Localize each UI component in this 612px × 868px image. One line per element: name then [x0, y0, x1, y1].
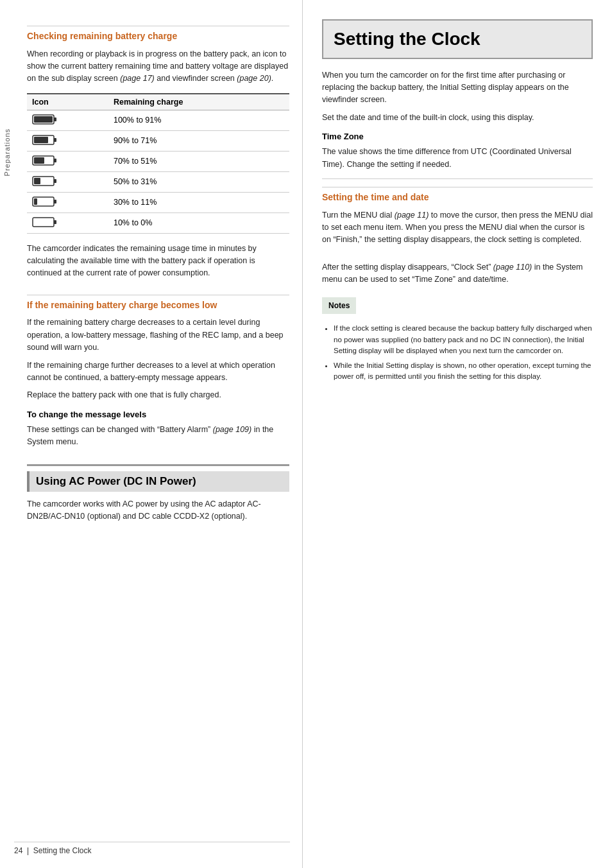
battery-icon-cell: [27, 110, 108, 130]
battery-table: Icon Remaining charge 100% to 91%90% to …: [27, 93, 289, 234]
battery-icon-cell: [27, 171, 108, 192]
charge-range: 10% to 0%: [108, 213, 289, 233]
section1-intro: When recording or playback is in progres…: [27, 48, 289, 85]
svg-rect-14: [34, 198, 37, 205]
page-footer: 24 | Setting the Clock: [14, 842, 290, 855]
divider1: [322, 178, 593, 179]
ac-power-body: The camcorder works with AC power by usi…: [27, 498, 289, 523]
charge-range: 90% to 71%: [108, 130, 289, 151]
svg-rect-8: [34, 157, 44, 164]
notes-list: If the clock setting is cleared because …: [322, 323, 593, 382]
ac-power-heading: Using AC Power (DC IN Power): [27, 471, 289, 492]
table-row: 30% to 11%: [27, 192, 289, 213]
svg-rect-4: [54, 138, 56, 142]
main-heading: Setting the Clock: [322, 19, 593, 59]
ac-power-section: Using AC Power (DC IN Power) The camcord…: [27, 464, 289, 523]
svg-rect-10: [54, 179, 56, 183]
right-column: Setting the Clock When you turn the camc…: [303, 0, 612, 868]
svg-rect-11: [34, 178, 40, 184]
time-date-heading: Setting the time and date: [322, 187, 593, 204]
right-intro: When you turn the camcorder on for the f…: [322, 69, 593, 107]
charge-range: 50% to 31%: [108, 171, 289, 192]
table-row: 10% to 0%: [27, 213, 289, 233]
note-item: If the clock setting is cleared because …: [334, 323, 593, 356]
table-header-charge: Remaining charge: [108, 94, 289, 110]
table-header-icon: Icon: [27, 94, 108, 110]
timezone-body: The value shows the time difference from…: [322, 146, 593, 171]
table-row: 50% to 31%: [27, 171, 289, 192]
svg-rect-7: [54, 159, 56, 162]
table-row: 70% to 51%: [27, 151, 289, 171]
table-row: 100% to 91%: [27, 110, 289, 130]
preparations-label: Preparations: [3, 128, 11, 176]
section2-para1: If the remaining battery charge decrease…: [27, 317, 289, 354]
side-tab: Preparations: [0, 0, 14, 868]
charge-range: 100% to 91%: [108, 110, 289, 130]
page-label: Setting the Clock: [33, 846, 92, 855]
time-date-para2: After the setting display disappears, “C…: [322, 261, 593, 286]
battery-icon-cell: [27, 192, 108, 213]
table-row: 90% to 71%: [27, 130, 289, 151]
time-date-para1: Turn the MENU dial (page 11) to move the…: [322, 209, 593, 247]
svg-rect-5: [34, 137, 48, 143]
svg-rect-1: [54, 117, 56, 121]
section2-para4: These settings can be changed with “Batt…: [27, 424, 289, 449]
timezone-heading: Time Zone: [322, 130, 593, 143]
notes-section: Notes If the clock setting is cleared be…: [322, 291, 593, 382]
left-column: Checking remaining battery charge When r…: [14, 0, 303, 868]
section2-para3: Replace the battery pack with one that i…: [27, 389, 289, 401]
svg-rect-13: [54, 200, 56, 204]
battery-icon-cell: [27, 213, 108, 233]
battery-icon-cell: [27, 130, 108, 151]
section2-para2: If the remaining charge further decrease…: [27, 360, 289, 385]
section1-body: The camcorder indicates the remaining us…: [27, 243, 289, 280]
charge-range: 30% to 11%: [108, 192, 289, 213]
page-container: Preparations Checking remaining battery …: [0, 0, 612, 868]
right-para2: Set the date and time of the built-in cl…: [322, 112, 593, 124]
battery-icon-cell: [27, 151, 108, 171]
svg-rect-16: [54, 220, 56, 224]
svg-rect-15: [33, 218, 54, 227]
section1-heading: Checking remaining battery charge: [27, 26, 289, 43]
notes-label: Notes: [322, 297, 356, 314]
charge-range: 70% to 51%: [108, 151, 289, 171]
section2-subheading: To change the message levels: [27, 408, 289, 421]
page-number: 24: [14, 846, 22, 855]
svg-rect-2: [34, 116, 53, 123]
section2-heading: If the remaining battery charge becomes …: [27, 295, 289, 312]
note-item: While the Initial Setting display is sho…: [334, 360, 593, 383]
